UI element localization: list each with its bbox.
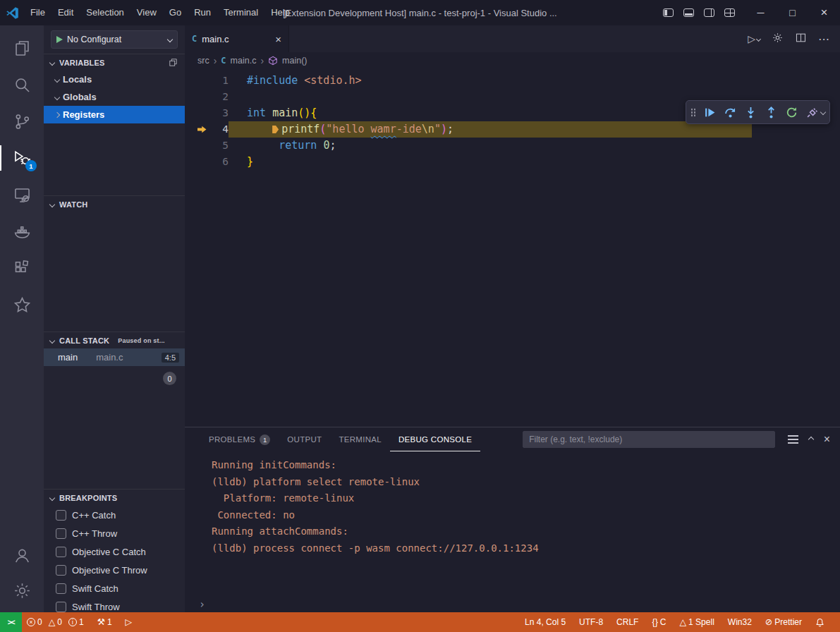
drag-grip-icon[interactable] — [690, 108, 696, 117]
minimize-button[interactable]: ─ — [745, 0, 777, 25]
step-out-icon[interactable] — [762, 102, 781, 122]
toggle-panel-icon[interactable] — [683, 8, 694, 17]
panel-tab-output[interactable]: OUTPUT — [279, 427, 330, 451]
breakpoint-item[interactable]: Swift Catch — [44, 579, 185, 597]
debug-config-dropdown[interactable]: No Configurat — [51, 30, 178, 49]
split-editor-icon[interactable] — [795, 32, 807, 47]
close-panel-icon[interactable]: × — [824, 433, 830, 446]
status-platform[interactable]: Win32 — [723, 612, 760, 632]
restart-icon[interactable] — [782, 102, 801, 122]
remote-indicator[interactable]: >< — [0, 612, 22, 632]
variables-scope-globals[interactable]: Globals — [44, 88, 185, 106]
variables-scope-locals[interactable]: Locals — [44, 71, 185, 88]
run-file-icon[interactable]: ▷ — [748, 33, 760, 44]
maximize-button[interactable]: □ — [777, 0, 808, 25]
panel-tab-debug-console[interactable]: DEBUG CONSOLE — [390, 427, 480, 451]
disconnect-icon[interactable] — [803, 102, 822, 122]
customize-layout-icon[interactable] — [724, 8, 735, 17]
search-icon[interactable] — [0, 66, 44, 103]
console-input-prompt[interactable]: › — [185, 597, 840, 612]
breakpoint-item[interactable]: Objective C Catch — [44, 542, 185, 561]
tab-main-c[interactable]: C main.c × — [185, 25, 289, 52]
breakpoint-label: Swift Throw — [72, 602, 120, 612]
menu-file[interactable]: File — [24, 4, 51, 22]
menu-selection[interactable]: Selection — [80, 4, 130, 22]
menu-terminal[interactable]: Terminal — [217, 4, 264, 22]
menu-help[interactable]: Help — [264, 4, 296, 22]
inline-breakpoint-icon[interactable] — [272, 126, 279, 133]
menu-run[interactable]: Run — [188, 4, 217, 22]
debug-console-output[interactable]: Running initCommands:(lldb) platform sel… — [185, 451, 840, 597]
breadcrumb-folder[interactable]: src — [197, 56, 209, 66]
chevron-down-icon — [54, 76, 60, 82]
breakpoint-checkbox[interactable] — [56, 510, 66, 521]
call-stack-header[interactable]: CALL STACK Paused on st... — [44, 332, 185, 348]
sections-icon[interactable] — [168, 57, 178, 68]
docker-icon[interactable] — [0, 213, 44, 250]
breakpoint-checkbox[interactable] — [56, 565, 66, 576]
call-stack-frame[interactable]: main main.c 4:5 — [44, 348, 185, 366]
status-prettier[interactable]: ⊘Prettier — [760, 612, 810, 632]
status-notifications[interactable] — [810, 612, 833, 632]
breadcrumb-file[interactable]: main.c — [231, 56, 257, 66]
close-tab-icon[interactable]: × — [275, 33, 281, 45]
run-and-debug-icon[interactable]: 1 — [0, 140, 44, 176]
settings-gear-icon[interactable] — [0, 573, 44, 608]
extensions-icon[interactable] — [0, 250, 44, 286]
filter-icon[interactable] — [788, 439, 798, 440]
menu-go[interactable]: Go — [163, 4, 188, 22]
status-language-mode[interactable]: {}C — [647, 612, 674, 632]
status-encoding[interactable]: UTF-8 — [574, 612, 611, 632]
breakpoint-checkbox[interactable] — [56, 583, 66, 594]
toggle-secondary-sidebar-icon[interactable] — [704, 8, 714, 17]
debug-config-label: No Configurat — [67, 35, 164, 44]
remote-explorer-icon[interactable] — [0, 176, 44, 213]
wamr-ide-star-icon[interactable] — [0, 286, 44, 323]
status-eol[interactable]: CRLF — [611, 612, 647, 632]
code-line-1[interactable]: 1#include <stdio.h> — [185, 73, 840, 89]
panel-tab-problems[interactable]: PROBLEMS1 — [200, 427, 279, 451]
breakpoint-item[interactable]: Swift Throw — [44, 597, 185, 612]
panel-tab-terminal[interactable]: TERMINAL — [330, 427, 390, 451]
menu-edit[interactable]: Edit — [51, 4, 80, 22]
toggle-sidebar-icon[interactable] — [663, 8, 674, 17]
variables-scope-registers[interactable]: Registers — [44, 106, 185, 123]
bottom-panel: PROBLEMS1OUTPUTTERMINALDEBUG CONSOLE × R… — [185, 427, 840, 612]
token: int — [247, 107, 272, 119]
step-over-icon[interactable] — [721, 102, 740, 122]
status-debug-status[interactable]: ▷ — [121, 612, 141, 632]
status-cursor-position[interactable]: Ln 4, Col 5 — [520, 612, 574, 632]
breakpoint-item[interactable]: Objective C Throw — [44, 561, 185, 579]
gear-icon[interactable] — [772, 32, 784, 47]
console-line: Running initCommands: — [212, 457, 840, 474]
console-filter-input[interactable] — [523, 431, 775, 448]
close-window-button[interactable]: × — [808, 0, 840, 25]
continue-icon[interactable] — [700, 102, 719, 122]
code-line-5[interactable]: 5 return 0; — [185, 138, 840, 154]
menu-view[interactable]: View — [130, 4, 163, 22]
token: <stdio.h> — [304, 74, 361, 87]
breadcrumb-symbol[interactable]: main() — [282, 56, 307, 66]
source-control-icon[interactable] — [0, 103, 44, 140]
breakpoint-checkbox[interactable] — [56, 528, 66, 539]
breakpoint-item[interactable]: C++ Throw — [44, 524, 185, 542]
watch-header[interactable]: WATCH — [44, 195, 185, 212]
code-editor[interactable]: 1#include <stdio.h>23int main(){4 printf… — [185, 69, 840, 427]
code-line-6[interactable]: 6} — [185, 154, 840, 170]
start-debug-icon[interactable] — [56, 36, 63, 43]
token: "hello — [326, 123, 370, 135]
breakpoint-item[interactable]: C++ Catch — [44, 506, 185, 524]
breakpoints-header[interactable]: BREAKPOINTS — [44, 489, 185, 506]
breakpoint-checkbox[interactable] — [56, 547, 66, 557]
maximize-panel-icon[interactable] — [808, 437, 813, 442]
status-spell-checker[interactable]: △1 Spell — [674, 612, 722, 632]
breakpoint-checkbox[interactable] — [56, 602, 66, 612]
status-problems[interactable]: ×0△0i1 — [22, 612, 92, 632]
activity-bar: 1 — [0, 25, 44, 612]
step-into-icon[interactable] — [741, 102, 760, 122]
accounts-icon[interactable] — [0, 537, 44, 573]
status-toolchain[interactable]: ⚒1 — [92, 612, 121, 632]
more-actions-icon[interactable]: ⋯ — [818, 32, 830, 46]
explorer-icon[interactable] — [0, 30, 44, 66]
variables-header[interactable]: VARIABLES — [44, 54, 185, 71]
